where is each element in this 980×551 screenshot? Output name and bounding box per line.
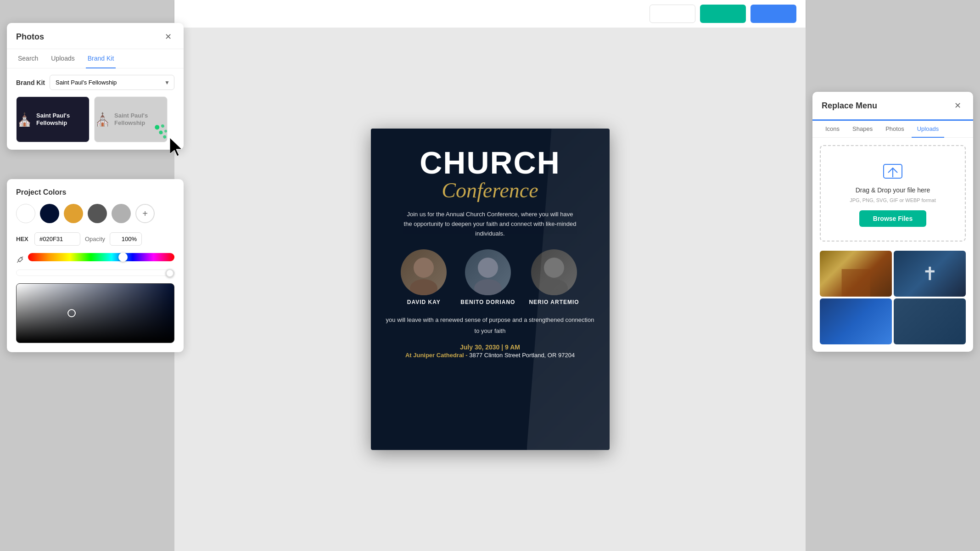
opacity-thumb <box>166 269 174 277</box>
upload-subtitle: JPG, PNG, SVG, GIF or WEBP format <box>850 197 935 203</box>
toolbar-btn-blue[interactable] <box>750 5 796 23</box>
opacity-bar[interactable] <box>16 270 174 276</box>
brand-kit-label: Brand Kit <box>16 79 45 86</box>
poster-description: Join us for the Annual Church Conference… <box>403 210 577 238</box>
poster-subtitle: Conference <box>442 178 538 202</box>
church-icon-dark: ⛪ <box>17 112 33 127</box>
tab-brand-kit[interactable]: Brand Kit <box>86 49 116 68</box>
poster-date: July 30, 2030 | 9 AM <box>460 343 520 351</box>
swatch-white[interactable] <box>16 204 35 223</box>
svg-point-3 <box>474 279 502 295</box>
svg-point-1 <box>410 279 437 295</box>
photos-panel: Photos ✕ Search Uploads Brand Kit Brand … <box>7 23 184 150</box>
replace-tab-icons[interactable]: Icons <box>820 121 845 138</box>
color-swatches: + <box>16 204 174 223</box>
color-spectrum[interactable] <box>28 253 174 261</box>
poster-location-label: At Juniper Cathedral - <box>405 352 468 359</box>
colors-panel: Project Colors + HEX Opacity <box>7 179 184 352</box>
speaker-2-name: BENITO DORIANO <box>460 299 515 305</box>
photos-panel-title: Photos <box>16 32 44 42</box>
browse-files-button[interactable]: Browse Files <box>859 210 926 227</box>
color-picker-cursor <box>67 309 76 317</box>
poster-title: CHURCH <box>420 147 560 178</box>
toolbar <box>174 0 806 28</box>
swatch-navy[interactable] <box>40 204 59 223</box>
brand-kit-select-wrapper: Saint Paul's Fellowship ▼ <box>50 75 174 90</box>
upload-title: Drag & Drop your file here <box>856 186 930 194</box>
upload-area: Drag & Drop your file here JPG, PNG, SVG… <box>820 145 966 242</box>
photos-panel-tabs: Search Uploads Brand Kit <box>7 49 184 68</box>
speaker-2: BENITO DORIANO <box>460 249 515 305</box>
color-picker-area[interactable] <box>16 283 174 343</box>
replace-panel-header: Replace Menu ✕ <box>812 92 973 121</box>
svg-point-2 <box>478 258 498 278</box>
spectrum-thumb <box>118 253 128 262</box>
replace-panel-title: Replace Menu <box>822 101 877 111</box>
image-thumb-church-interior[interactable] <box>820 251 892 297</box>
svg-point-0 <box>414 258 434 278</box>
toolbar-btn-white[interactable] <box>650 5 695 23</box>
hex-row: HEX Opacity <box>16 232 174 246</box>
eyedropper-button[interactable] <box>16 255 24 264</box>
logo-content-light: ⛪ Saint Paul's Fellowship <box>95 112 167 127</box>
church-icon-light: ⛪ <box>95 112 111 127</box>
swatch-light-gray[interactable] <box>112 204 131 223</box>
replace-tab-shapes[interactable]: Shapes <box>847 121 878 138</box>
logo-content-dark: ⛪ Saint Paul's Fellowship <box>17 112 89 127</box>
speaker-1-name: DAVID KAY <box>407 299 441 305</box>
replace-tab-photos[interactable]: Photos <box>880 121 909 138</box>
brand-kit-row: Brand Kit Saint Paul's Fellowship ▼ <box>7 68 184 96</box>
hex-input[interactable] <box>34 232 80 246</box>
poster: CHURCH Conference Join us for the Annual… <box>371 129 610 450</box>
brand-kit-select[interactable]: Saint Paul's Fellowship <box>50 75 174 90</box>
add-color-button[interactable]: + <box>135 204 155 223</box>
blue-beams-img <box>820 298 892 344</box>
upload-icon <box>881 160 904 183</box>
opacity-input[interactable] <box>110 232 142 246</box>
brand-logo-light[interactable]: ⛪ Saint Paul's Fellowship <box>94 96 168 142</box>
poster-bottom-text: you will leave with a renewed sense of p… <box>385 315 596 336</box>
replace-panel-close[interactable]: ✕ <box>951 99 964 112</box>
toolbar-btn-green[interactable] <box>700 5 746 23</box>
logo-text-dark: Saint Paul's Fellowship <box>36 112 89 126</box>
image-thumb-fourth[interactable] <box>894 298 966 344</box>
image-thumb-cross[interactable]: ✝ <box>894 251 966 297</box>
speaker-1: DAVID KAY <box>401 249 447 305</box>
image-thumb-blue-beams[interactable] <box>820 298 892 344</box>
speaker-1-avatar <box>401 249 447 295</box>
opacity-label: Opacity <box>85 236 105 242</box>
swatch-gold[interactable] <box>64 204 83 223</box>
tab-search[interactable]: Search <box>16 49 40 68</box>
swatch-gray[interactable] <box>88 204 107 223</box>
photos-panel-close[interactable]: ✕ <box>162 30 174 43</box>
cross-blue-img: ✝ <box>894 251 966 297</box>
hex-label: HEX <box>16 236 30 242</box>
brand-logos: ⛪ Saint Paul's Fellowship ⛪ Saint Paul's… <box>7 96 184 150</box>
logo-text-light: Saint Paul's Fellowship <box>114 112 167 126</box>
church-interior-img <box>820 251 892 297</box>
main-canvas: CHURCH Conference Join us for the Annual… <box>174 28 806 551</box>
brand-logo-dark[interactable]: ⛪ Saint Paul's Fellowship <box>16 96 90 142</box>
colors-title: Project Colors <box>16 188 174 197</box>
replace-tab-uploads[interactable]: Uploads <box>912 121 945 138</box>
replace-panel-tabs: Icons Shapes Photos Uploads <box>812 121 973 138</box>
tab-uploads[interactable]: Uploads <box>49 49 76 68</box>
image-grid: ✝ <box>812 249 973 352</box>
speaker-2-avatar <box>465 249 511 295</box>
fourth-img <box>894 298 966 344</box>
replace-panel: Replace Menu ✕ Icons Shapes Photos Uploa… <box>812 92 973 352</box>
photos-panel-header: Photos ✕ <box>7 23 184 49</box>
